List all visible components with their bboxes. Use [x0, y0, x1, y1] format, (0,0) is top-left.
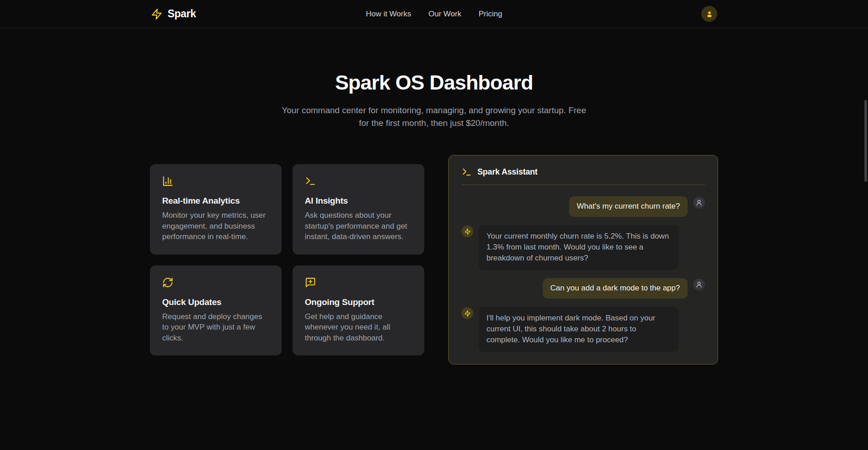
terminal-icon: [305, 175, 316, 187]
assistant-avatar: [461, 307, 473, 319]
feature-title: Ongoing Support: [305, 297, 412, 307]
assistant-panel-header: Spark Assistant: [461, 167, 705, 177]
terminal-icon: [461, 167, 472, 177]
top-nav-bar: Spark How it Works Our Work Pricing: [0, 0, 868, 28]
chat-message-user: What's my current churn rate?: [461, 196, 705, 217]
user-icon: [705, 10, 714, 18]
user-round-icon: [695, 281, 703, 288]
feature-description: Request and deploy changes to your MVP w…: [162, 311, 269, 344]
account-avatar-button[interactable]: [701, 6, 717, 22]
chat-message-list: What's my current churn rate?: [461, 196, 705, 352]
feature-title: Real-time Analytics: [162, 196, 269, 206]
nav-link-pricing[interactable]: Pricing: [479, 10, 502, 19]
spark-assistant-panel: Spark Assistant What's my current churn …: [448, 155, 718, 365]
bar-chart-icon: [162, 175, 174, 187]
feature-card-ai-insights: AI Insights Ask questions about your sta…: [293, 164, 424, 255]
user-bubble: What's my current churn rate?: [569, 196, 688, 217]
user-avatar: [693, 197, 705, 209]
assistant-avatar: [461, 225, 473, 237]
feature-title: Quick Updates: [162, 297, 269, 307]
zap-icon: [464, 310, 471, 317]
feature-description: Monitor your key metrics, user engagemen…: [162, 210, 269, 242]
user-bubble: Can you add a dark mode to the app?: [543, 278, 688, 299]
user-round-icon: [695, 199, 703, 206]
assistant-bubble: Your current monthly churn rate is 5.2%.…: [479, 225, 679, 270]
page-title: Spark OS Dashboard: [0, 71, 868, 95]
chat-message-user: Can you add a dark mode to the app?: [461, 278, 705, 299]
chat-message-assistant: I'll help you implement dark mode. Based…: [461, 307, 705, 352]
feature-title: AI Insights: [305, 196, 412, 206]
chat-message-assistant: Your current monthly churn rate is 5.2%.…: [461, 225, 705, 270]
assistant-bubble: I'll help you implement dark mode. Based…: [479, 307, 679, 352]
page-scrollbar: [863, 0, 868, 450]
feature-card-quick-updates: Quick Updates Request and deploy changes…: [150, 265, 282, 356]
nav-link-our-work[interactable]: Our Work: [428, 10, 461, 19]
message-square-plus-icon: [305, 277, 316, 288]
divider: [461, 185, 705, 185]
brand-logo[interactable]: Spark: [151, 8, 196, 20]
brand-name: Spark: [168, 8, 196, 20]
feature-card-ongoing-support: Ongoing Support Get help and guidance wh…: [293, 265, 424, 356]
main-content: Real-time Analytics Monitor your key met…: [0, 155, 868, 365]
feature-description: Get help and guidance whenever you need …: [305, 311, 412, 344]
feature-card-realtime-analytics: Real-time Analytics Monitor your key met…: [150, 164, 282, 255]
zap-icon: [151, 8, 163, 20]
main-nav: How it Works Our Work Pricing: [366, 0, 502, 28]
nav-link-how-it-works[interactable]: How it Works: [366, 10, 411, 19]
assistant-panel-title: Spark Assistant: [477, 167, 537, 177]
page-subtitle: Your command center for monitoring, mana…: [280, 104, 588, 130]
user-avatar: [693, 279, 705, 290]
hero-section: Spark OS Dashboard Your command center f…: [0, 71, 868, 130]
scrollbar-thumb[interactable]: [864, 100, 867, 182]
zap-icon: [464, 228, 471, 235]
refresh-icon: [162, 277, 174, 288]
feature-description: Ask questions about your startup's perfo…: [305, 210, 412, 242]
feature-card-grid: Real-time Analytics Monitor your key met…: [150, 164, 424, 355]
